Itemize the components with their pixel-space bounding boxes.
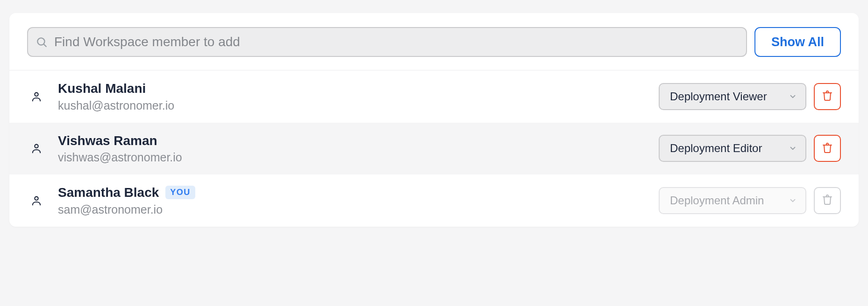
search-input[interactable] <box>27 27 747 57</box>
role-select: Deployment Admin <box>659 187 806 214</box>
member-name: Kushal Malani <box>58 81 146 97</box>
member-info: Samantha Black YOU sam@astronomer.io <box>58 185 659 216</box>
member-email: vishwas@astronomer.io <box>58 150 659 164</box>
member-info: Vishwas Raman vishwas@astronomer.io <box>58 133 659 165</box>
search-icon <box>36 36 48 48</box>
chevron-down-icon <box>789 144 797 153</box>
member-email: kushal@astronomer.io <box>58 98 659 112</box>
search-wrap <box>27 27 747 57</box>
member-row: Vishwas Raman vishwas@astronomer.io Depl… <box>9 123 859 175</box>
svg-point-2 <box>35 92 38 96</box>
chevron-down-icon <box>789 92 797 101</box>
trash-icon <box>822 90 833 103</box>
user-icon <box>30 142 43 155</box>
role-select[interactable]: Deployment Editor <box>659 135 806 162</box>
member-name: Samantha Black <box>58 185 159 201</box>
member-row: Kushal Malani kushal@astronomer.io Deplo… <box>9 70 859 123</box>
member-row: Samantha Black YOU sam@astronomer.io Dep… <box>9 174 859 227</box>
role-select-label: Deployment Admin <box>670 194 764 207</box>
role-select-label: Deployment Editor <box>670 142 762 155</box>
member-info: Kushal Malani kushal@astronomer.io <box>58 81 659 112</box>
member-name: Vishwas Raman <box>58 133 157 149</box>
role-select[interactable]: Deployment Viewer <box>659 83 806 110</box>
svg-line-1 <box>44 44 46 47</box>
chevron-down-icon <box>789 196 797 205</box>
delete-button <box>814 187 841 214</box>
user-icon <box>30 90 43 103</box>
delete-button[interactable] <box>814 135 841 162</box>
show-all-button[interactable]: Show All <box>754 27 841 57</box>
svg-point-4 <box>35 197 38 200</box>
user-icon <box>30 194 43 207</box>
member-email: sam@astronomer.io <box>58 202 659 216</box>
delete-button[interactable] <box>814 83 841 110</box>
trash-icon <box>822 194 833 207</box>
you-badge: YOU <box>165 186 195 199</box>
trash-icon <box>822 142 833 155</box>
role-select-label: Deployment Viewer <box>670 90 767 103</box>
svg-point-3 <box>35 145 38 148</box>
members-card: Show All Kushal Malani kushal@astronomer… <box>9 13 859 227</box>
header-bar: Show All <box>9 13 859 70</box>
